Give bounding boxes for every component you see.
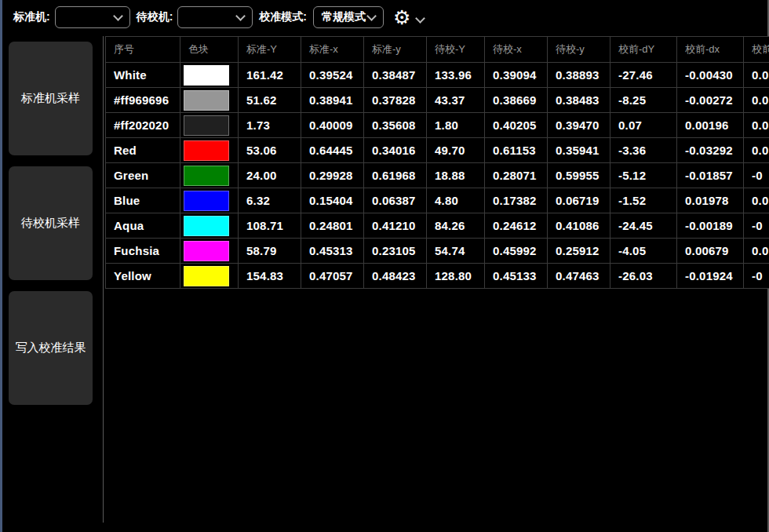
measurement-table-container: 序号色块标准-Y标准-x标准-y待校-Y待校-x待校-y校前-dY校前-dx校前… — [105, 36, 769, 523]
color-swatch — [184, 90, 229, 111]
color-swatch-cell — [180, 113, 239, 138]
color-swatch-cell — [180, 88, 239, 113]
color-name-cell: Aqua — [106, 213, 180, 239]
value-cell: 154.83 — [239, 264, 301, 289]
value-cell: 0.00679 — [677, 239, 744, 264]
column-header-3: 标准-Y — [239, 37, 301, 63]
color-name-cell: Fuchsia — [106, 239, 180, 264]
value-cell: 0.59955 — [548, 163, 610, 188]
value-cell: 0.38893 — [548, 63, 610, 88]
value-cell: -0.00272 — [677, 88, 744, 113]
value-cell: 6.32 — [239, 188, 301, 213]
write-calibration-button[interactable]: 写入校准结果 — [9, 291, 93, 405]
value-cell: -0 — [744, 163, 769, 188]
value-cell: 0.47057 — [301, 264, 364, 289]
value-cell: 0.38483 — [548, 88, 610, 113]
color-swatch-cell — [180, 213, 239, 239]
column-header-8: 待校-y — [548, 37, 610, 63]
value-cell: 0.01978 — [677, 188, 744, 213]
color-name-cell: White — [106, 63, 180, 88]
value-cell: 54.74 — [427, 239, 485, 264]
value-cell: 53.06 — [239, 138, 301, 163]
value-cell: -0 — [744, 213, 769, 239]
toolbar: 标准机: 待校机: 校准模式: 常规模式 ⚙ — [2, 0, 767, 35]
table-row[interactable]: Blue6.320.154040.063874.800.173820.06719… — [106, 188, 769, 213]
value-cell: -0.03292 — [677, 138, 744, 163]
value-cell: 0.0 — [744, 138, 769, 163]
value-cell: 24.00 — [239, 163, 301, 188]
column-header-11: 校前-dy — [744, 37, 769, 63]
value-cell: 0.39094 — [485, 63, 548, 88]
color-swatch-cell — [180, 188, 239, 213]
chevron-down-icon[interactable] — [416, 13, 426, 24]
gear-icon[interactable]: ⚙ — [393, 8, 410, 27]
value-cell: -27.46 — [610, 63, 677, 88]
value-cell: 43.37 — [427, 88, 485, 113]
value-cell: 133.96 — [427, 63, 485, 88]
value-cell: 0.0 — [744, 63, 769, 88]
value-cell: 4.80 — [427, 188, 485, 213]
value-cell: 0.25912 — [548, 239, 610, 264]
table-row[interactable]: Fuchsia58.790.453130.2310554.740.459920.… — [106, 239, 769, 264]
color-swatch — [184, 65, 229, 86]
color-swatch — [184, 191, 229, 211]
value-cell: 1.73 — [239, 113, 301, 138]
settings-menu[interactable]: ⚙ — [393, 8, 424, 27]
color-swatch-cell — [180, 63, 239, 88]
table-row[interactable]: Green24.000.299280.6196818.880.280710.59… — [106, 163, 769, 188]
color-name-cell: Blue — [106, 188, 180, 213]
table-row[interactable]: #ff96969651.620.389410.3782843.370.38669… — [106, 88, 769, 113]
column-header-5: 标准-y — [364, 37, 427, 63]
color-name-cell: Green — [106, 163, 180, 188]
table-row[interactable]: #ff2020201.730.400090.356081.800.402050.… — [106, 113, 769, 138]
standard-machine-label: 标准机: — [13, 10, 50, 24]
value-cell: 0.39524 — [301, 63, 364, 88]
column-header-4: 标准-x — [301, 37, 364, 63]
value-cell: 0.41086 — [548, 213, 610, 239]
color-swatch — [184, 115, 229, 136]
value-cell: 0.06719 — [548, 188, 610, 213]
table-row[interactable]: Aqua108.710.248010.4121084.260.246120.41… — [106, 213, 769, 239]
value-cell: 0.37828 — [364, 88, 427, 113]
value-cell: -1.52 — [610, 188, 677, 213]
value-cell: -5.12 — [610, 163, 677, 188]
table-row[interactable]: White161.420.395240.38487133.960.390940.… — [106, 63, 769, 88]
target-sample-button[interactable]: 待校机采样 — [9, 166, 93, 280]
value-cell: 0.24612 — [485, 213, 548, 239]
value-cell: -24.45 — [610, 213, 677, 239]
value-cell: 0.41210 — [364, 213, 427, 239]
measurement-table: 序号色块标准-Y标准-x标准-y待校-Y待校-x待校-y校前-dY校前-dx校前… — [105, 36, 769, 289]
value-cell: 0.35608 — [364, 113, 427, 138]
color-swatch — [184, 140, 229, 161]
value-cell: 0.38487 — [364, 63, 427, 88]
value-cell: 0.38941 — [301, 88, 364, 113]
value-cell: 84.26 — [427, 213, 485, 239]
chevron-down-icon — [366, 11, 377, 21]
value-cell: 0.45313 — [301, 239, 364, 264]
table-row[interactable]: Yellow154.830.470570.48423128.800.451330… — [106, 264, 769, 289]
target-machine-select[interactable] — [177, 6, 253, 28]
calibration-mode-select[interactable]: 常规模式 — [313, 6, 384, 28]
color-swatch — [184, 241, 229, 261]
table-row[interactable]: Red53.060.644450.3401649.700.611530.3594… — [106, 138, 769, 163]
value-cell: -0.01924 — [677, 264, 744, 289]
value-cell: 0.29928 — [301, 163, 364, 188]
value-cell: 0.40009 — [301, 113, 364, 138]
value-cell: 0.61153 — [485, 138, 548, 163]
value-cell: 0.07 — [610, 113, 677, 138]
color-swatch-cell — [180, 163, 239, 188]
value-cell: -26.03 — [610, 264, 677, 289]
value-cell: 0.17382 — [485, 188, 548, 213]
column-header-9: 校前-dY — [610, 37, 677, 63]
value-cell: 1.80 — [427, 113, 485, 138]
value-cell: 0.23105 — [364, 239, 427, 264]
standard-machine-select[interactable] — [55, 6, 130, 28]
standard-sample-button[interactable]: 标准机采样 — [9, 42, 93, 155]
column-header-1: 序号 — [106, 37, 180, 63]
calibration-mode-value: 常规模式 — [322, 10, 366, 24]
value-cell: 0.47463 — [548, 264, 610, 289]
value-cell: 0.0 — [744, 88, 769, 113]
sidebar-divider — [103, 36, 104, 523]
value-cell: 161.42 — [239, 63, 301, 88]
column-header-7: 待校-x — [485, 37, 548, 63]
